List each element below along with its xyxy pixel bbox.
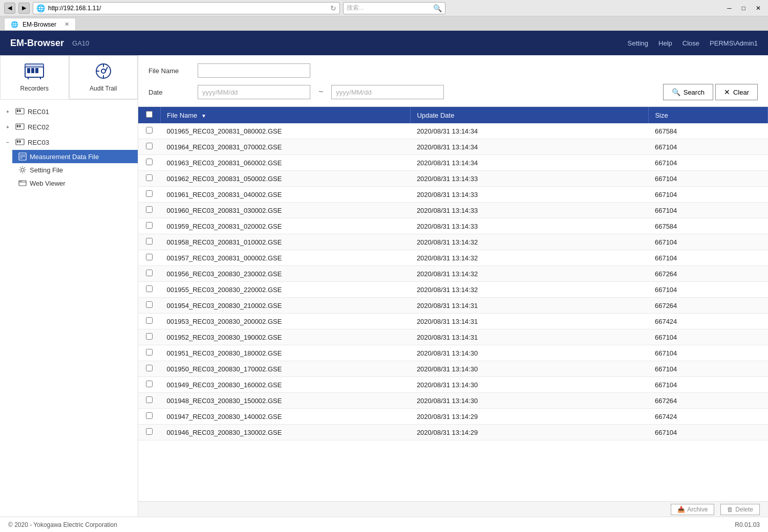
table-row[interactable]: 001954_REC03_200830_210002.GSE 2020/08/3… <box>138 298 768 314</box>
help-menu[interactable]: Help <box>658 39 672 47</box>
clear-button[interactable]: ✕ Clear <box>715 84 758 100</box>
browser-titlebar: ◀ ▶ 🌐 http://192.168.1.11/ ↻ 搜索... 🔍 ─ □… <box>0 0 768 16</box>
table-row[interactable]: 001964_REC03_200831_070002.GSE 2020/08/3… <box>138 139 768 155</box>
table-row[interactable]: 001960_REC03_200831_030002.GSE 2020/08/3… <box>138 203 768 218</box>
tab-audit-trail[interactable]: Audit Trail <box>69 55 138 99</box>
row-checkbox-cell[interactable] <box>138 266 161 282</box>
row-checkbox[interactable] <box>146 254 153 260</box>
minimize-button[interactable]: ─ <box>724 4 735 13</box>
url-bar[interactable]: 🌐 http://192.168.1.11/ ↻ <box>33 2 340 14</box>
row-checkbox[interactable] <box>146 365 153 371</box>
date-from-input[interactable] <box>198 85 310 99</box>
setting-menu[interactable]: Setting <box>628 39 648 47</box>
row-checkbox-cell[interactable] <box>138 171 161 187</box>
row-checkbox-cell[interactable] <box>138 218 161 234</box>
row-checkbox-cell[interactable] <box>138 234 161 250</box>
table-row[interactable]: 001946_REC03_200830_130002.GSE 2020/08/3… <box>138 425 768 440</box>
row-checkbox[interactable] <box>146 206 153 213</box>
table-row[interactable]: 001953_REC03_200830_200002.GSE 2020/08/3… <box>138 314 768 329</box>
close-menu[interactable]: Close <box>682 39 699 47</box>
tab-recorders[interactable]: Recorders <box>0 55 69 99</box>
row-checkbox-cell[interactable] <box>138 314 161 329</box>
row-checkbox-cell[interactable] <box>138 377 161 393</box>
table-row[interactable]: 001949_REC03_200830_160002.GSE 2020/08/3… <box>138 377 768 393</box>
table-row[interactable]: 001963_REC03_200831_060002.GSE 2020/08/3… <box>138 155 768 171</box>
tree-item-web-viewer[interactable]: Web Viewer <box>12 176 138 190</box>
browser-tab[interactable]: 🌐 EM-Browser ✕ <box>4 18 76 30</box>
search-button[interactable]: 🔍 Search <box>663 84 713 100</box>
tab-close-icon[interactable]: ✕ <box>65 21 69 28</box>
table-row[interactable]: 001958_REC03_200831_010002.GSE 2020/08/3… <box>138 234 768 250</box>
row-checkbox-cell[interactable] <box>138 345 161 361</box>
tree-item-rec03[interactable]: − REC03 <box>0 135 138 150</box>
table-row[interactable]: 001952_REC03_200830_190002.GSE 2020/08/3… <box>138 329 768 345</box>
row-checkbox[interactable] <box>146 349 153 356</box>
forward-button[interactable]: ▶ <box>18 3 30 14</box>
table-row[interactable]: 001956_REC03_200830_230002.GSE 2020/08/3… <box>138 266 768 282</box>
row-checkbox-cell[interactable] <box>138 409 161 425</box>
row-checkbox-cell[interactable] <box>138 361 161 377</box>
select-all-checkbox[interactable] <box>146 111 153 118</box>
tree-item-rec02[interactable]: + REC02 <box>0 119 138 135</box>
col-checkbox[interactable] <box>138 107 161 123</box>
table-row[interactable]: 001962_REC03_200831_050002.GSE 2020/08/3… <box>138 171 768 187</box>
table-row[interactable]: 001965_REC03_200831_080002.GSE 2020/08/3… <box>138 123 768 139</box>
row-checkbox-cell[interactable] <box>138 155 161 171</box>
file-name-input[interactable] <box>198 63 310 78</box>
table-row[interactable]: 001950_REC03_200830_170002.GSE 2020/08/3… <box>138 361 768 377</box>
table-row[interactable]: 001948_REC03_200830_150002.GSE 2020/08/3… <box>138 393 768 409</box>
row-update-date: 2020/08/31 13:14:32 <box>411 266 649 282</box>
col-size[interactable]: Size <box>649 107 768 123</box>
row-checkbox-cell[interactable] <box>138 187 161 203</box>
col-file-name[interactable]: File Name ▼ <box>161 107 411 123</box>
user-menu[interactable]: PERMS\Admin1 <box>710 39 758 47</box>
row-checkbox[interactable] <box>146 381 153 387</box>
row-checkbox[interactable] <box>146 238 153 245</box>
browser-search-icon[interactable]: 🔍 <box>433 4 442 12</box>
row-checkbox[interactable] <box>146 143 153 149</box>
row-checkbox-cell[interactable] <box>138 298 161 314</box>
row-checkbox-cell[interactable] <box>138 203 161 218</box>
row-checkbox-cell[interactable] <box>138 250 161 266</box>
tree-item-rec01[interactable]: + REC01 <box>0 104 138 119</box>
table-row[interactable]: 001947_REC03_200830_140002.GSE 2020/08/3… <box>138 409 768 425</box>
col-update-date[interactable]: Update Date <box>411 107 649 123</box>
row-checkbox[interactable] <box>146 317 153 324</box>
table-row[interactable]: 001951_REC03_200830_180002.GSE 2020/08/3… <box>138 345 768 361</box>
row-checkbox[interactable] <box>146 174 153 181</box>
back-button[interactable]: ◀ <box>4 3 15 14</box>
tree-item-setting-file[interactable]: Setting File <box>12 163 138 176</box>
row-checkbox-cell[interactable] <box>138 425 161 440</box>
table-row[interactable]: 001957_REC03_200831_000002.GSE 2020/08/3… <box>138 250 768 266</box>
app-header-left: EM-Browser GA10 <box>10 38 89 49</box>
filter-bar: File Name Date ~ 🔍 Search ✕ Clear <box>138 55 768 107</box>
row-checkbox-cell[interactable] <box>138 329 161 345</box>
close-window-button[interactable]: ✕ <box>753 4 764 13</box>
row-checkbox[interactable] <box>146 412 153 419</box>
row-checkbox[interactable] <box>146 333 153 340</box>
tree-item-measurement-data-file[interactable]: Measurement Data File <box>12 150 138 163</box>
table-row[interactable]: 001959_REC03_200831_020002.GSE 2020/08/3… <box>138 218 768 234</box>
row-checkbox[interactable] <box>146 285 153 292</box>
table-row[interactable]: 001961_REC03_200831_040002.GSE 2020/08/3… <box>138 187 768 203</box>
row-checkbox[interactable] <box>146 190 153 197</box>
row-checkbox-cell[interactable] <box>138 139 161 155</box>
row-checkbox[interactable] <box>146 127 153 134</box>
archive-button[interactable]: 📥 Archive <box>671 504 714 515</box>
refresh-icon[interactable]: ↻ <box>330 4 336 12</box>
row-checkbox-cell[interactable] <box>138 393 161 409</box>
maximize-button[interactable]: □ <box>739 4 749 13</box>
date-to-input[interactable] <box>331 85 444 99</box>
date-separator: ~ <box>318 87 323 97</box>
table-row[interactable]: 001955_REC03_200830_220002.GSE 2020/08/3… <box>138 282 768 298</box>
row-checkbox[interactable] <box>146 396 153 403</box>
row-checkbox[interactable] <box>146 428 153 435</box>
row-checkbox-cell[interactable] <box>138 282 161 298</box>
browser-search-bar[interactable]: 搜索... 🔍 <box>343 2 445 14</box>
row-checkbox[interactable] <box>146 270 153 276</box>
row-checkbox[interactable] <box>146 159 153 165</box>
delete-button[interactable]: 🗑 Delete <box>720 504 760 515</box>
row-checkbox[interactable] <box>146 222 153 229</box>
row-checkbox-cell[interactable] <box>138 123 161 139</box>
row-checkbox[interactable] <box>146 301 153 308</box>
